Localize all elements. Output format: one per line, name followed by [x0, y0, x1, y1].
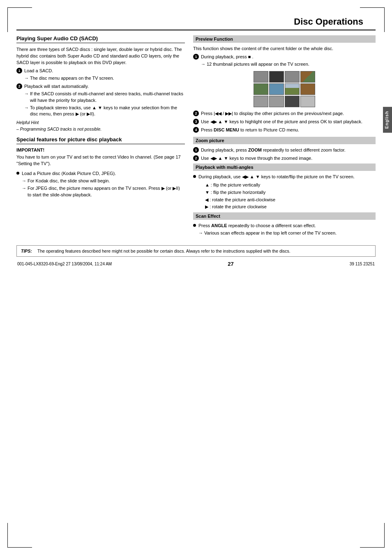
preview-step3: 3 Use ◀▶ ▲ ▼ keys to highlight one of th…	[193, 119, 376, 125]
step1-number: 1	[16, 68, 22, 74]
scan-arrow: → Various scan effects appear in the top…	[198, 230, 376, 237]
scan-dot	[193, 224, 196, 227]
bullet1-arrow2: → For JPEG disc, the picture menu appear…	[22, 185, 185, 198]
preview-step2-content: Press |◀◀ / ▶▶| to display the other pic…	[201, 111, 376, 117]
angle-list-item: ▲ : flip the picture vertically	[205, 182, 376, 189]
thumbnail-cell	[285, 96, 300, 107]
zoom-step2-num: 2	[193, 155, 199, 161]
bullet1-content: Load a Picture disc (Kodak Picture CD, J…	[22, 170, 185, 198]
multiangle-bullet: During playback, use ◀▶ ▲ ▼ keys to rota…	[193, 174, 376, 211]
preview-step4-num: 4	[193, 127, 199, 133]
scan-section: Scan Effect Press ANGLE repeatedly to ch…	[193, 212, 376, 237]
tips-text: The operating features described here mi…	[37, 249, 291, 253]
preview-step1-content: During playback, press ■ . → 12 thumbnai…	[201, 54, 376, 68]
thumbnail-cell	[269, 71, 284, 83]
preview-step1: 1 During playback, press ■ . → 12 thumbn…	[193, 54, 376, 68]
footer: 001-045-LX8320-69-Eng2 27 13/08/2004, 11…	[16, 261, 376, 267]
angle-list-item: ◀ : rotate the picture anti-clockwise	[205, 196, 376, 204]
helpful-hint-label: Helpful Hint	[16, 120, 185, 125]
bullet-dot	[16, 172, 19, 175]
multiangle-section: Playback with multi-angles During playba…	[193, 164, 376, 211]
step1-content: Load a SACD. → The disc menu appears on …	[24, 68, 185, 82]
thumbnail-cell	[285, 71, 300, 83]
angle-list-item: ▼ : flip the picture horizontally	[205, 189, 376, 196]
scan-content: Press ANGLE repeatedly to choose a diffe…	[198, 223, 376, 237]
step2-number: 2	[16, 83, 22, 89]
scan-bullet: Press ANGLE repeatedly to choose a diffe…	[193, 223, 376, 237]
important-text: You have to turn on your TV and set to t…	[16, 154, 185, 167]
multiangle-dot	[193, 175, 196, 178]
multiangle-header: Playback with multi-angles	[193, 164, 376, 171]
sacd-step1: 1 Load a SACD. → The disc menu appears o…	[16, 68, 185, 82]
thumbnail-cell	[254, 96, 268, 107]
sacd-header: Playing Super Audio CD (SACD)	[16, 35, 185, 43]
preview-section: Preview Function This function shows the…	[193, 35, 376, 134]
important-label: IMPORTANT!	[16, 147, 185, 152]
zoom-step1-content: During playback, press ZOOM repeatedly t…	[201, 147, 376, 154]
page-title: Disc Operations	[16, 16, 376, 30]
preview-step3-num: 3	[193, 119, 199, 124]
thumbnail-cell	[300, 83, 315, 95]
thumbnail-cell	[269, 96, 284, 107]
sacd-intro: There are three types of SACD discs : si…	[16, 46, 185, 66]
bullet1-arrow1: → For Kodak disc, the slide show will be…	[22, 178, 185, 184]
preview-intro: This function shows the content of the c…	[193, 46, 376, 52]
two-column-layout: Playing Super Audio CD (SACD) There are …	[16, 35, 376, 239]
thumbnail-cell	[285, 83, 300, 95]
step2-content: Playback will start automatically. → If …	[24, 83, 185, 118]
preview-step3-content: Use ◀▶ ▲ ▼ keys to highlight one of the …	[201, 119, 376, 125]
step2-arrow1: → If the SACD consists of multi-channel …	[24, 91, 185, 104]
helpful-hint-text: – Programming SACD tracks is not possibl…	[16, 127, 185, 131]
tips-bar: TIPS: The operating features described h…	[16, 245, 376, 257]
zoom-step2-content: Use ◀▶ ▲ ▼ keys to move through the zoom…	[201, 155, 376, 162]
footer-right: 39 115 23251	[350, 262, 375, 266]
footer-left: 001-045-LX8320-69-Eng2 27 13/08/2004, 11…	[17, 262, 112, 266]
sacd-section: Playing Super Audio CD (SACD) There are …	[16, 35, 185, 131]
thumbnail-cell	[300, 71, 315, 83]
zoom-section: Zoom picture 1 During playback, press ZO…	[193, 137, 376, 162]
special-header: Special features for picture disc playba…	[16, 136, 185, 144]
special-bullet1: Load a Picture disc (Kodak Picture CD, J…	[16, 170, 185, 198]
page-number: 27	[228, 261, 233, 267]
zoom-step1: 1 During playback, press ZOOM repeatedly…	[193, 147, 376, 154]
preview-step1-arrow: → 12 thumbnail pictures will appear on t…	[201, 61, 376, 68]
thumbnail-cell	[254, 71, 268, 83]
multiangle-content: During playback, use ◀▶ ▲ ▼ keys to rota…	[198, 174, 376, 211]
right-column: Preview Function This function shows the…	[193, 35, 376, 239]
thumbnail-cell	[300, 96, 315, 107]
angle-list: ▲ : flip the picture vertically▼ : flip …	[205, 182, 376, 210]
preview-step4-content: Press DISC MENU to return to Picture CD …	[201, 127, 376, 134]
step2-arrow2: → To playback stereo tracks, use ▲ ▼ key…	[24, 105, 185, 118]
language-label: English	[385, 111, 389, 129]
tips-label: TIPS:	[21, 249, 34, 253]
zoom-step1-num: 1	[193, 147, 199, 153]
step1-arrow: → The disc menu appears on the TV screen…	[24, 75, 185, 82]
preview-step2-num: 2	[193, 111, 199, 116]
main-content: Disc Operations Playing Super Audio CD (…	[16, 16, 376, 539]
preview-header: Preview Function	[193, 35, 376, 43]
special-section: Special features for picture disc playba…	[16, 136, 185, 198]
thumbnail-cell	[269, 83, 284, 95]
preview-step2: 2 Press |◀◀ / ▶▶| to display the other p…	[193, 111, 376, 117]
thumbnail-grid	[254, 71, 315, 107]
zoom-header: Zoom picture	[193, 137, 376, 144]
language-tab: English	[383, 107, 392, 133]
zoom-step2: 2 Use ◀▶ ▲ ▼ keys to move through the zo…	[193, 155, 376, 162]
preview-step1-num: 1	[193, 54, 199, 60]
scan-header: Scan Effect	[193, 212, 376, 220]
angle-list-item: ▶ : rotate the picture clockwise	[205, 203, 376, 211]
sacd-step2: 2 Playback will start automatically. → I…	[16, 83, 185, 118]
thumbnail-cell	[254, 83, 268, 95]
preview-step4: 4 Press DISC MENU to return to Picture C…	[193, 127, 376, 134]
left-column: Playing Super Audio CD (SACD) There are …	[16, 35, 185, 239]
